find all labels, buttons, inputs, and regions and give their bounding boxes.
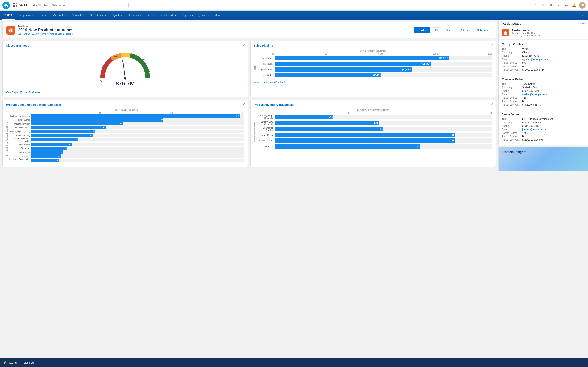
nav-edit-icon[interactable]: ✏ — [579, 11, 586, 20]
bar-discovery: Discovery $14,436.6 — [257, 62, 492, 66]
mass-edit-button[interactable]: ≡ Mass Edit — [21, 361, 35, 364]
refresh-button[interactable]: Refresh — [457, 27, 472, 33]
product-consumption-axis-label: Sum of Quantity Consumed — [6, 109, 244, 111]
product-consumption-card: Product Consumption Levels (Database) ⤢ … — [2, 100, 248, 167]
main-navigation: Home Campaigns▾ Leads▾ Accounts▾ Contact… — [0, 11, 588, 20]
search-icon: 🔍 — [38, 4, 42, 7]
gauge-value: $76.7M — [116, 80, 135, 87]
svg-rect-5 — [14, 3, 15, 4]
dashboard-actions: + Follow Open Refresh Subscribe — [414, 27, 492, 33]
pardot-leads-more-link[interactable]: More — [579, 22, 585, 25]
svg-point-19 — [124, 77, 126, 80]
rewind-icon: ⚡ — [3, 361, 7, 364]
lead-field-phone: Phone:(201) 555-3886 — [502, 125, 585, 127]
dashboard-subtitle: As of Oct 28, 2019 9:44 PM·Viewing as Ja… — [18, 33, 414, 35]
user-avatar[interactable]: JP — [579, 2, 586, 8]
sales-pipeline-axis-values: $0 $5k $10k $15k $20k — [272, 53, 492, 55]
charts-grid: Closed Business ⤢ — [2, 41, 496, 167]
search-prefix[interactable]: All ▾ — [33, 4, 37, 7]
favorites-icon[interactable]: ☆ — [532, 2, 538, 8]
expand-icon[interactable]: ⤢ — [491, 43, 493, 47]
follow-button[interactable]: + Follow — [414, 27, 430, 33]
tab-forecasts[interactable]: Forecasts — [126, 11, 144, 20]
pardot-leads-header-text: Pardot Leads 3+ items, sorted by Name Fi… — [512, 29, 585, 37]
tab-opportunities[interactable]: Opportunities▾ — [87, 11, 110, 20]
mass-edit-icon: ≡ — [21, 361, 22, 364]
svg-text:$48M: $48M — [112, 56, 118, 58]
sales-pipeline-report-link[interactable]: View Report (Sales Pipeline) — [254, 81, 285, 83]
tab-files[interactable]: Files▾ — [144, 11, 157, 20]
lead-name[interactable]: Carolyn Gridley — [502, 43, 585, 46]
chevron-down-icon: ▾ — [83, 14, 84, 16]
tab-campaigns[interactable]: Campaigns▾ — [15, 11, 36, 20]
search-input[interactable] — [43, 4, 127, 7]
list-item: Small Turbine5k — [257, 138, 492, 143]
list-item: Starter Kit26 — [9, 147, 244, 150]
search-bar[interactable]: All ▾ 🔍 — [31, 3, 129, 8]
lead-name[interactable]: Jamie Genest — [502, 113, 585, 116]
help-icon[interactable]: ? — [556, 2, 562, 8]
bar-negotiation: Negotiation $9,742.9 — [257, 73, 492, 77]
list-item: Fuses (Set of 4)43 — [9, 134, 244, 137]
notifications-icon[interactable]: 🔔 — [571, 2, 577, 8]
svg-rect-6 — [16, 3, 17, 4]
closed-business-report-link[interactable]: View Report (Closed Business) — [6, 91, 40, 94]
list-item: Battery, Low Capacity147 — [9, 114, 244, 118]
pardot-leads-header-sub1: 3+ items, sorted by Name — [512, 32, 585, 34]
bottom-bar: ⚡ Rewind ≡ Mass Edit — [0, 358, 588, 367]
subscribe-button[interactable]: Subscribe — [474, 27, 492, 33]
svg-rect-8 — [14, 5, 15, 6]
expand-icon[interactable]: ⤢ — [491, 102, 493, 106]
chevron-down-icon: ▾ — [65, 14, 66, 16]
tab-contacts[interactable]: Contacts▾ — [69, 11, 87, 20]
tab-leads[interactable]: Leads▾ — [36, 11, 51, 20]
favorites-list-icon[interactable]: ▾ — [540, 2, 546, 8]
salesforce-logo[interactable] — [2, 2, 10, 9]
tab-accounts[interactable]: Accounts▾ — [51, 11, 69, 20]
expand-icon[interactable]: ⤢ — [243, 102, 245, 106]
tab-quotes2[interactable]: Quotes▾ — [196, 11, 212, 20]
gauge-container: $0 $24M $48M $72M $96M $120M $76.7M — [6, 50, 244, 89]
list-item: Battery, High Capacity45 — [9, 130, 244, 133]
bar-proposal: Proposal/Quote $12,579.4 — [257, 67, 492, 72]
lead-field-pardot-last-acti: Pardot Last Acti.:6/3/2019 3:56 AM — [502, 103, 585, 106]
tab-more[interactable]: More▾ — [212, 11, 225, 20]
svg-rect-10 — [13, 6, 14, 7]
list-item: Large Turbine28 — [9, 143, 244, 146]
product-inventory-y-axis: Product Inventory Name — [254, 122, 256, 142]
chevron-down-icon: ▾ — [175, 14, 176, 16]
lead-record-jamie: Jamie Genest Title:EVP Business Developm… — [499, 110, 588, 145]
lead-name[interactable]: Charlene Reiber — [502, 78, 585, 81]
list-item: Intelligent Optimization ...20 — [9, 158, 244, 163]
nav-right-actions: ☆ ▾ ⊕ ? ⚙ 🔔 JP — [532, 2, 586, 8]
add-icon[interactable]: ⊕ — [548, 2, 554, 8]
tab-dashboards[interactable]: Dashboards▾ — [157, 11, 179, 20]
dashboard-area: Dashboard 2019 New Product Launches As o… — [0, 20, 498, 367]
lead-field-pardot-grade: Pardot Grade:B — [502, 135, 585, 138]
lead-field-pardot-grade: Pardot Grade:B — [502, 100, 585, 103]
tab-quotes[interactable]: Quotes▾ — [110, 11, 126, 20]
lead-record-carolyn: Carolyn Gridley Title:VP IT Company:Ohan… — [499, 40, 588, 75]
open-button[interactable]: Open — [443, 27, 455, 33]
svg-text:$120M: $120M — [144, 70, 150, 73]
app-name: Sales — [19, 3, 27, 7]
svg-rect-14 — [9, 30, 10, 32]
tab-home[interactable]: Home — [2, 11, 15, 20]
closed-business-card: Closed Business ⤢ — [2, 41, 248, 97]
sales-pipeline-y-axis: Stage — [254, 65, 256, 70]
settings-icon[interactable]: ⚙ — [563, 2, 569, 8]
sales-pipeline-axis-label: Sum of Amount (Thousands) — [254, 50, 492, 52]
rewind-button[interactable]: ⚡ Rewind — [3, 361, 17, 364]
svg-rect-16 — [435, 29, 437, 31]
svg-text:$96M: $96M — [139, 58, 145, 61]
top-navigation: Sales All ▾ 🔍 ☆ ▾ ⊕ ? ⚙ 🔔 JP — [0, 0, 588, 11]
clone-button[interactable] — [432, 27, 441, 33]
expand-icon[interactable]: ⤢ — [243, 43, 245, 47]
tab-reports[interactable]: Reports▾ — [179, 11, 196, 20]
app-launcher-icon[interactable] — [12, 2, 17, 8]
chevron-down-icon: ▾ — [192, 14, 193, 16]
svg-rect-11 — [14, 6, 15, 7]
product-inventory-axis-values: 0 2k 4k 6k — [277, 112, 492, 114]
lead-field-pardot-grade: Pardot Grade:A+ — [502, 65, 585, 68]
lead-field-email: Email:jgenest@example.com — [502, 128, 585, 131]
